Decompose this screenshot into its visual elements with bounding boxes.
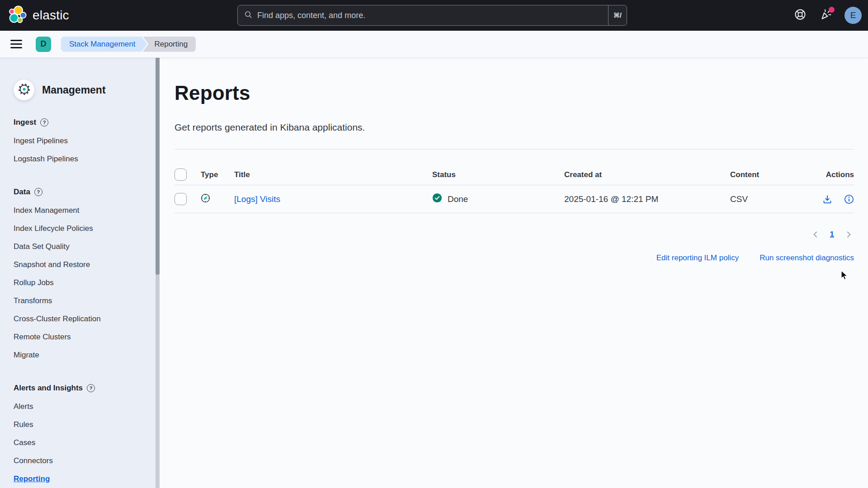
sidebar-item-index-lifecycle-policies[interactable]: Index Lifecycle Policies [14,224,93,233]
news-feed-button[interactable] [819,8,833,23]
section-heading-ingest: Ingest [14,118,36,127]
top-header: elastic Find apps, content, and more. ⌘/ [0,0,868,31]
edit-ilm-policy-link[interactable]: Edit reporting ILM policy [656,253,739,265]
report-title-link[interactable]: [Logs] Visits [234,194,280,204]
page-title: Reports [175,80,854,106]
breadcrumb-reporting: Reporting [142,37,196,52]
help-question-icon[interactable]: ? [87,384,95,392]
management-app-logo [14,80,34,100]
sidebar-item-index-management[interactable]: Index Management [14,206,80,215]
row-checkbox[interactable] [175,193,187,205]
reports-table: Type Title Status Created at Content Act… [175,164,854,213]
next-page-icon[interactable] [844,230,853,239]
previous-page-icon[interactable] [811,230,820,239]
column-header-actions: Actions [822,170,854,179]
menu-hamburger-button[interactable] [10,40,22,48]
sidebar-item-migrate[interactable]: Migrate [14,351,39,360]
sidebar-section-data: Data ? Index Management Index Lifecycle … [14,186,148,364]
search-placeholder: Find apps, content, and more. [257,11,365,20]
management-sidebar: Management Ingest ? Ingest Pipelines Log… [0,58,160,488]
download-report-icon[interactable] [822,194,832,204]
sidebar-item-data-set-quality[interactable]: Data Set Quality [14,242,70,251]
report-created-at: 2025-01-16 @ 12:21 PM [564,194,730,204]
breadcrumb: Stack Management Reporting [61,37,196,52]
sidebar-scrollbar-thumb[interactable] [156,58,160,275]
sidebar-item-connectors[interactable]: Connectors [14,456,53,465]
dashboard-app-icon [201,195,210,205]
column-header-title: Title [234,170,432,179]
select-all-checkbox[interactable] [175,169,187,181]
column-header-type: Type [201,170,234,179]
sidebar-item-ingest-pipelines[interactable]: Ingest Pipelines [14,136,68,145]
sidebar-section-ingest: Ingest ? Ingest Pipelines Logstash Pipel… [14,117,148,168]
sidebar-item-cases[interactable]: Cases [14,438,35,447]
sidebar-item-logstash-pipelines[interactable]: Logstash Pipelines [14,155,78,164]
column-header-status: Status [432,170,564,179]
sidebar-title: Management [42,84,106,96]
table-row: [Logs] Visits Done 2025-01-16 @ 12:21 PM… [175,185,854,213]
breadcrumb-stack-management[interactable]: Stack Management [61,37,147,52]
status-badge: Done [448,194,468,204]
page-number-1[interactable]: 1 [830,230,834,239]
user-avatar[interactable]: E [844,7,862,24]
section-heading-data: Data [14,188,30,197]
help-question-icon[interactable]: ? [34,188,42,196]
sidebar-item-reporting[interactable]: Reporting [14,474,50,483]
reports-page: Reports Get reports generated in Kibana … [160,58,868,488]
report-info-icon[interactable] [844,194,854,204]
help-button[interactable] [793,8,807,23]
global-search-input[interactable]: Find apps, content, and more. ⌘/ [237,5,627,26]
status-done-icon [432,193,442,205]
elastic-logo-text: elastic [33,8,69,23]
news-notification-dot [829,7,835,13]
help-question-icon[interactable]: ? [40,118,48,127]
table-header-row: Type Title Status Created at Content Act… [175,164,854,185]
column-header-content: Content [730,170,822,179]
search-shortcut-badge: ⌘/ [608,5,627,25]
elastic-logo[interactable]: elastic [8,5,69,26]
deployment-space-badge[interactable]: D [36,37,51,52]
sidebar-section-alerts-insights: Alerts and Insights ? Alerts Rules Cases… [14,382,148,488]
pagination: 1 [175,225,854,244]
report-content-type: CSV [730,194,822,204]
search-icon [244,10,253,21]
reporting-footer-links: Edit reporting ILM policy Run screenshot… [175,253,854,265]
breadcrumb-bar: D Stack Management Reporting [0,31,868,58]
help-lifering-icon [793,8,807,23]
sidebar-item-transforms[interactable]: Transforms [14,296,52,305]
sidebar-item-snapshot-and-restore[interactable]: Snapshot and Restore [14,260,90,269]
page-subtitle: Get reports generated in Kibana applicat… [175,121,854,134]
sidebar-item-alerts[interactable]: Alerts [14,402,33,411]
sidebar-item-rollup-jobs[interactable]: Rollup Jobs [14,278,54,287]
elastic-logo-icon [8,5,27,26]
sidebar-item-remote-clusters[interactable]: Remote Clusters [14,333,71,342]
divider [175,149,854,150]
section-heading-alerts-insights: Alerts and Insights [14,384,83,393]
sidebar-item-cross-cluster-replication[interactable]: Cross-Cluster Replication [14,314,101,324]
gear-icon [18,83,30,97]
column-header-created-at: Created at [564,170,730,179]
run-screenshot-diagnostics-link[interactable]: Run screenshot diagnostics [760,253,854,265]
sidebar-item-rules[interactable]: Rules [14,420,33,429]
sidebar-scrollbar-track [156,58,160,488]
